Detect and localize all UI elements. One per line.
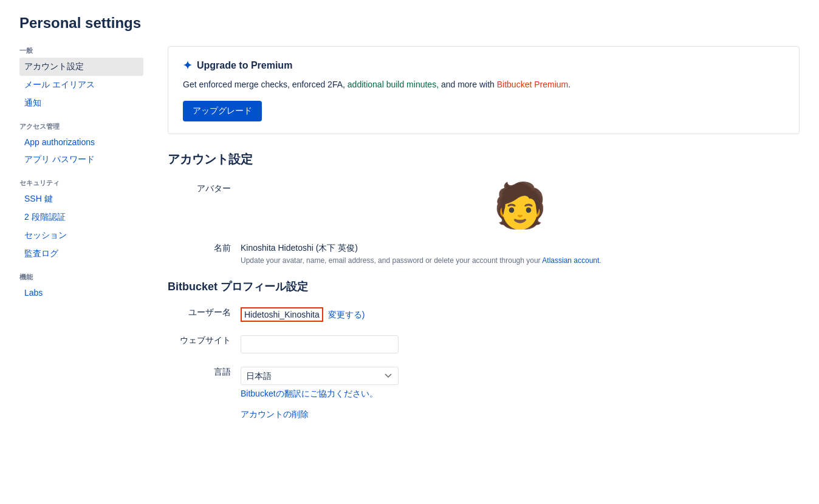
sidebar-item-sessions[interactable]: セッション — [19, 226, 143, 245]
name-value-container: Kinoshita Hidetoshi (木下 英俊) Update your … — [241, 239, 800, 265]
website-label: ウェブサイト — [168, 332, 241, 346]
website-row: ウェブサイト — [168, 332, 800, 353]
username-row: ユーザー名 Hidetoshi_Kinoshita 変更する) — [168, 304, 800, 322]
sidebar-section-access: アクセス管理 — [19, 122, 143, 131]
sidebar-item-email-alias[interactable]: メール エイリアス — [19, 76, 143, 94]
language-value-container: 日本語 English Bitbucketの翻訳にご協力ください。 アカウントの… — [241, 363, 800, 420]
upgrade-button[interactable]: アップグレード — [183, 101, 262, 121]
sidebar-section-feature: 機能 — [19, 273, 143, 282]
language-select[interactable]: 日本語 English — [241, 367, 399, 385]
upgrade-text-part1: Get enforced merge checks, enforced 2FA, — [183, 80, 345, 89]
sidebar: 一般 アカウント設定 メール エイリアス 通知 アクセス管理 App autho… — [19, 46, 153, 430]
sidebar-item-app-password[interactable]: アプリ パスワード — [19, 151, 143, 169]
avatar-row: アバター 🧑 — [168, 180, 800, 230]
atlassian-account-link[interactable]: Atlassian account — [542, 256, 599, 265]
upgrade-text-end: . — [568, 80, 571, 89]
profile-settings-heading: Bitbucket プロフィール設定 — [168, 279, 800, 294]
account-settings-section: アカウント設定 アバター 🧑 名前 Kinoshita Hidetoshi (木… — [168, 151, 800, 265]
avatar: 🧑 — [493, 183, 547, 227]
avatar-container: 🧑 — [241, 183, 800, 230]
sidebar-item-labs[interactable]: Labs — [19, 284, 143, 301]
profile-settings-section: Bitbucket プロフィール設定 ユーザー名 Hidetoshi_Kinos… — [168, 279, 800, 420]
name-sub-text: Update your avatar, name, email address,… — [241, 256, 541, 265]
website-value-container — [241, 332, 800, 353]
website-input[interactable] — [241, 335, 399, 353]
avatar-value: 🧑 — [241, 180, 800, 230]
translation-link[interactable]: Bitbucketの翻訳にご協力ください。 — [241, 389, 800, 400]
upgrade-text-green: additional build minutes, — [348, 80, 439, 89]
delete-account-link[interactable]: アカウントの削除 — [241, 409, 800, 420]
upgrade-banner-heading: Upgrade to Premium — [197, 60, 292, 71]
name-sub: Update your avatar, name, email address,… — [241, 256, 800, 265]
sidebar-item-ssh-keys[interactable]: SSH 鍵 — [19, 190, 143, 208]
sidebar-section-security: セキュリティ — [19, 179, 143, 188]
sidebar-item-audit-log[interactable]: 監査ログ — [19, 245, 143, 263]
page-title: Personal settings — [19, 15, 800, 32]
username-label: ユーザー名 — [168, 304, 241, 318]
sidebar-item-account-settings[interactable]: アカウント設定 — [19, 58, 143, 76]
account-settings-heading: アカウント設定 — [168, 151, 800, 168]
change-username-link[interactable]: 変更する) — [328, 310, 365, 319]
premium-star-icon: ✦ — [183, 59, 192, 72]
name-value: Kinoshita Hidetoshi (木下 英俊) — [241, 243, 800, 254]
upgrade-banner-text: Get enforced merge checks, enforced 2FA,… — [183, 78, 784, 91]
upgrade-text-part2: and more with — [441, 80, 497, 89]
sidebar-item-app-authorizations[interactable]: App authorizations — [19, 134, 143, 151]
main-content: ✦ Upgrade to Premium Get enforced merge … — [153, 46, 800, 430]
upgrade-banner: ✦ Upgrade to Premium Get enforced merge … — [168, 46, 800, 134]
sidebar-item-two-step[interactable]: 2 段階認証 — [19, 208, 143, 226]
name-row: 名前 Kinoshita Hidetoshi (木下 英俊) Update yo… — [168, 239, 800, 265]
language-row: 言語 日本語 English Bitbucketの翻訳にご協力ください。 アカウ… — [168, 363, 800, 420]
avatar-label: アバター — [168, 180, 241, 194]
name-sub-end: . — [599, 256, 601, 265]
username-value-container: Hidetoshi_Kinoshita 変更する) — [241, 304, 800, 322]
upgrade-text-red: Bitbucket Premium — [497, 80, 568, 89]
username-highlight-box: Hidetoshi_Kinoshita — [241, 307, 323, 322]
sidebar-item-notifications[interactable]: 通知 — [19, 94, 143, 112]
sidebar-section-general: 一般 — [19, 46, 143, 55]
language-label: 言語 — [168, 363, 241, 378]
name-label: 名前 — [168, 239, 241, 254]
